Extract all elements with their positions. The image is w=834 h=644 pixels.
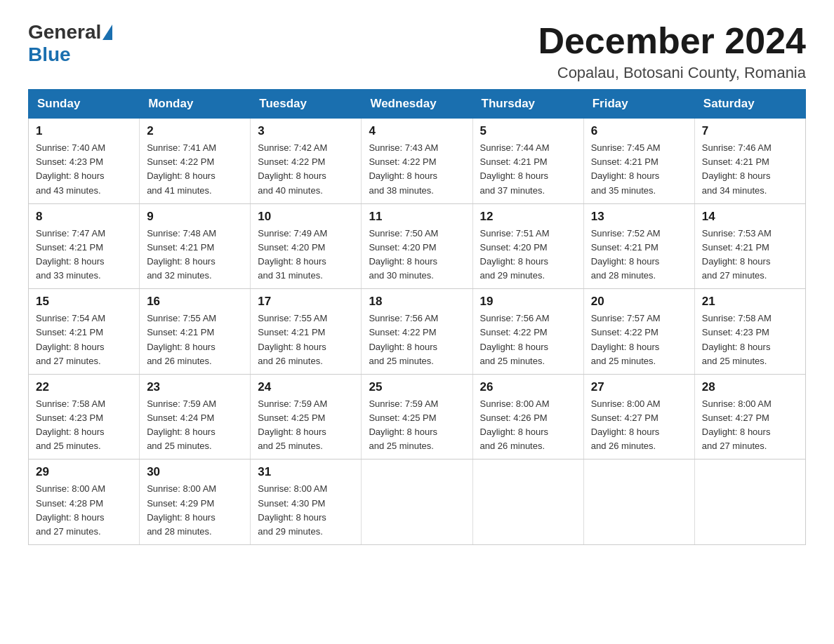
day-number: 15 — [36, 295, 132, 309]
day-number: 27 — [591, 380, 687, 394]
col-wednesday: Wednesday — [362, 90, 472, 119]
table-row — [362, 459, 472, 545]
table-row: 8 Sunrise: 7:47 AMSunset: 4:21 PMDayligh… — [29, 203, 140, 289]
day-info: Sunrise: 7:47 AMSunset: 4:21 PMDaylight:… — [36, 228, 105, 281]
table-row: 10 Sunrise: 7:49 AMSunset: 4:20 PMDaylig… — [251, 203, 362, 289]
table-row — [583, 459, 694, 545]
day-number: 10 — [258, 210, 354, 224]
day-number: 14 — [702, 210, 798, 224]
day-info: Sunrise: 8:00 AMSunset: 4:27 PMDaylight:… — [702, 398, 772, 451]
table-row — [472, 459, 583, 545]
col-thursday: Thursday — [472, 90, 583, 119]
table-row: 11 Sunrise: 7:50 AMSunset: 4:20 PMDaylig… — [362, 203, 472, 289]
table-row: 5 Sunrise: 7:44 AMSunset: 4:21 PMDayligh… — [472, 119, 583, 204]
day-info: Sunrise: 7:59 AMSunset: 4:25 PMDaylight:… — [258, 398, 327, 451]
logo-general-text: General — [28, 21, 101, 43]
table-row: 19 Sunrise: 7:56 AMSunset: 4:22 PMDaylig… — [472, 289, 583, 375]
day-number: 6 — [591, 124, 687, 138]
day-info: Sunrise: 7:51 AMSunset: 4:20 PMDaylight:… — [480, 228, 550, 281]
day-info: Sunrise: 7:45 AMSunset: 4:21 PMDaylight:… — [591, 142, 661, 195]
day-number: 28 — [702, 380, 798, 394]
day-info: Sunrise: 7:50 AMSunset: 4:20 PMDaylight:… — [369, 228, 438, 281]
calendar-header-row: Sunday Monday Tuesday Wednesday Thursday… — [29, 90, 806, 119]
day-info: Sunrise: 8:00 AMSunset: 4:29 PMDaylight:… — [147, 483, 216, 536]
calendar-title: December 2024 — [538, 21, 806, 61]
day-info: Sunrise: 7:59 AMSunset: 4:24 PMDaylight:… — [147, 398, 216, 451]
day-info: Sunrise: 7:46 AMSunset: 4:21 PMDaylight:… — [702, 142, 772, 195]
table-row: 3 Sunrise: 7:42 AMSunset: 4:22 PMDayligh… — [251, 119, 362, 204]
table-row: 24 Sunrise: 7:59 AMSunset: 4:25 PMDaylig… — [251, 374, 362, 459]
col-sunday: Sunday — [29, 90, 140, 119]
day-info: Sunrise: 7:58 AMSunset: 4:23 PMDaylight:… — [36, 398, 105, 451]
day-info: Sunrise: 8:00 AMSunset: 4:28 PMDaylight:… — [36, 483, 105, 536]
table-row: 21 Sunrise: 7:58 AMSunset: 4:23 PMDaylig… — [694, 289, 805, 375]
calendar-subtitle: Copalau, Botosani County, Romania — [538, 64, 806, 82]
col-saturday: Saturday — [694, 90, 805, 119]
day-number: 25 — [369, 380, 465, 394]
day-info: Sunrise: 8:00 AMSunset: 4:26 PMDaylight:… — [480, 398, 550, 451]
day-info: Sunrise: 7:49 AMSunset: 4:20 PMDaylight:… — [258, 228, 327, 281]
day-info: Sunrise: 7:56 AMSunset: 4:22 PMDaylight:… — [369, 313, 438, 365]
table-row: 18 Sunrise: 7:56 AMSunset: 4:22 PMDaylig… — [362, 289, 472, 375]
day-number: 3 — [258, 124, 354, 138]
day-number: 9 — [147, 210, 243, 224]
day-info: Sunrise: 7:53 AMSunset: 4:21 PMDaylight:… — [702, 228, 772, 281]
day-number: 31 — [258, 465, 354, 479]
day-number: 19 — [480, 295, 576, 309]
day-number: 23 — [147, 380, 243, 394]
table-row: 31 Sunrise: 8:00 AMSunset: 4:30 PMDaylig… — [251, 459, 362, 545]
day-number: 17 — [258, 295, 354, 309]
table-row: 20 Sunrise: 7:57 AMSunset: 4:22 PMDaylig… — [583, 289, 694, 375]
day-info: Sunrise: 7:55 AMSunset: 4:21 PMDaylight:… — [147, 313, 216, 365]
table-row: 23 Sunrise: 7:59 AMSunset: 4:24 PMDaylig… — [140, 374, 251, 459]
day-number: 30 — [147, 465, 243, 479]
calendar-week-row: 8 Sunrise: 7:47 AMSunset: 4:21 PMDayligh… — [29, 203, 806, 289]
day-number: 16 — [147, 295, 243, 309]
table-row: 30 Sunrise: 8:00 AMSunset: 4:29 PMDaylig… — [140, 459, 251, 545]
table-row: 27 Sunrise: 8:00 AMSunset: 4:27 PMDaylig… — [583, 374, 694, 459]
day-info: Sunrise: 7:40 AMSunset: 4:23 PMDaylight:… — [36, 142, 105, 195]
day-info: Sunrise: 7:44 AMSunset: 4:21 PMDaylight:… — [480, 142, 550, 195]
calendar-table: Sunday Monday Tuesday Wednesday Thursday… — [28, 89, 806, 545]
table-row: 4 Sunrise: 7:43 AMSunset: 4:22 PMDayligh… — [362, 119, 472, 204]
day-info: Sunrise: 7:58 AMSunset: 4:23 PMDaylight:… — [702, 313, 772, 365]
table-row: 1 Sunrise: 7:40 AMSunset: 4:23 PMDayligh… — [29, 119, 140, 204]
calendar-week-row: 1 Sunrise: 7:40 AMSunset: 4:23 PMDayligh… — [29, 119, 806, 204]
day-info: Sunrise: 7:43 AMSunset: 4:22 PMDaylight:… — [369, 142, 438, 195]
day-number: 7 — [702, 124, 798, 138]
col-friday: Friday — [583, 90, 694, 119]
table-row: 6 Sunrise: 7:45 AMSunset: 4:21 PMDayligh… — [583, 119, 694, 204]
day-info: Sunrise: 8:00 AMSunset: 4:27 PMDaylight:… — [591, 398, 661, 451]
table-row: 25 Sunrise: 7:59 AMSunset: 4:25 PMDaylig… — [362, 374, 472, 459]
col-tuesday: Tuesday — [251, 90, 362, 119]
day-number: 1 — [36, 124, 132, 138]
table-row: 7 Sunrise: 7:46 AMSunset: 4:21 PMDayligh… — [694, 119, 805, 204]
table-row — [694, 459, 805, 545]
day-number: 26 — [480, 380, 576, 394]
day-number: 8 — [36, 210, 132, 224]
day-number: 21 — [702, 295, 798, 309]
day-info: Sunrise: 7:52 AMSunset: 4:21 PMDaylight:… — [591, 228, 661, 281]
calendar-week-row: 22 Sunrise: 7:58 AMSunset: 4:23 PMDaylig… — [29, 374, 806, 459]
table-row: 9 Sunrise: 7:48 AMSunset: 4:21 PMDayligh… — [140, 203, 251, 289]
page-header: General Blue December 2024 Copalau, Boto… — [28, 21, 806, 82]
day-number: 4 — [369, 124, 465, 138]
table-row: 15 Sunrise: 7:54 AMSunset: 4:21 PMDaylig… — [29, 289, 140, 375]
day-number: 5 — [480, 124, 576, 138]
day-number: 24 — [258, 380, 354, 394]
day-info: Sunrise: 7:59 AMSunset: 4:25 PMDaylight:… — [369, 398, 438, 451]
day-number: 2 — [147, 124, 243, 138]
day-number: 22 — [36, 380, 132, 394]
title-block: December 2024 Copalau, Botosani County, … — [538, 21, 806, 82]
day-info: Sunrise: 7:48 AMSunset: 4:21 PMDaylight:… — [147, 228, 216, 281]
table-row: 2 Sunrise: 7:41 AMSunset: 4:22 PMDayligh… — [140, 119, 251, 204]
day-number: 12 — [480, 210, 576, 224]
table-row: 12 Sunrise: 7:51 AMSunset: 4:20 PMDaylig… — [472, 203, 583, 289]
logo-triangle-icon — [102, 25, 112, 40]
day-info: Sunrise: 7:41 AMSunset: 4:22 PMDaylight:… — [147, 142, 216, 195]
table-row: 14 Sunrise: 7:53 AMSunset: 4:21 PMDaylig… — [694, 203, 805, 289]
table-row: 22 Sunrise: 7:58 AMSunset: 4:23 PMDaylig… — [29, 374, 140, 459]
day-info: Sunrise: 8:00 AMSunset: 4:30 PMDaylight:… — [258, 483, 327, 536]
logo-blue-text: Blue — [28, 43, 71, 65]
table-row: 26 Sunrise: 8:00 AMSunset: 4:26 PMDaylig… — [472, 374, 583, 459]
